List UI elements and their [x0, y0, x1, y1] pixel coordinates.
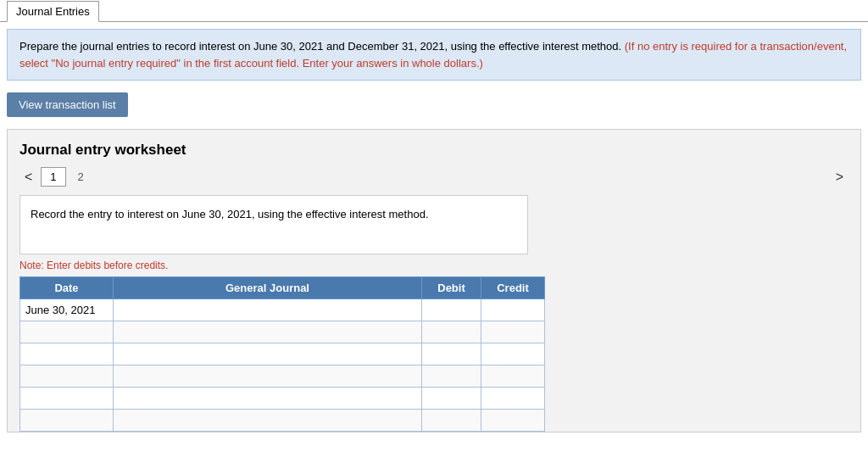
cell-date-2	[20, 343, 114, 366]
worksheet-title: Journal entry worksheet	[19, 142, 849, 159]
table-row	[20, 410, 545, 432]
cell-credit-0[interactable]	[481, 299, 545, 321]
tab-journal-entries[interactable]: Journal Entries	[7, 1, 99, 22]
description-text: Record the entry to interest on June 30,…	[31, 208, 429, 220]
cell-journal-5[interactable]	[114, 410, 422, 432]
credit-input-0[interactable]	[487, 303, 539, 317]
cell-date-3	[20, 366, 114, 388]
credit-input-5[interactable]	[487, 413, 539, 427]
cell-debit-5[interactable]	[422, 410, 481, 432]
col-header-date: Date	[20, 277, 114, 299]
journal-input-2[interactable]	[119, 347, 416, 361]
nav-prev-button[interactable]: <	[19, 168, 37, 187]
cell-date-0: June 30, 2021	[20, 299, 114, 321]
col-header-credit: Credit	[481, 277, 545, 299]
nav-next-button[interactable]: >	[831, 168, 849, 187]
worksheet-container: Journal entry worksheet < 1 2 > Record t…	[7, 129, 861, 432]
debit-input-3[interactable]	[427, 369, 476, 383]
debit-input-0[interactable]	[427, 303, 476, 317]
cell-journal-4[interactable]	[114, 388, 422, 410]
view-transaction-list-button[interactable]: View transaction list	[7, 92, 128, 117]
cell-journal-0[interactable]	[114, 299, 422, 321]
credit-input-2[interactable]	[487, 347, 539, 361]
credit-input-4[interactable]	[487, 391, 539, 405]
debit-input-2[interactable]	[427, 347, 476, 361]
credit-input-1[interactable]	[487, 325, 539, 339]
cell-date-1	[20, 321, 114, 343]
cell-credit-5[interactable]	[481, 410, 545, 432]
cell-journal-3[interactable]	[114, 366, 422, 388]
tab-label: Journal Entries	[16, 5, 90, 18]
table-body: June 30, 2021	[20, 299, 545, 432]
debit-input-1[interactable]	[427, 325, 476, 339]
cell-credit-4[interactable]	[481, 388, 545, 410]
note-text: Note: Enter debits before credits.	[19, 259, 849, 271]
table-row: June 30, 2021	[20, 299, 545, 321]
journal-table: Date General Journal Debit Credit June 3…	[19, 276, 545, 432]
description-box: Record the entry to interest on June 30,…	[19, 195, 528, 254]
table-header: Date General Journal Debit Credit	[20, 277, 545, 299]
tab-bar: Journal Entries	[0, 0, 868, 22]
table-row	[20, 366, 545, 388]
cell-credit-2[interactable]	[481, 343, 545, 366]
table-row	[20, 343, 545, 366]
debit-input-5[interactable]	[427, 413, 476, 427]
instructions-banner: Prepare the journal entries to record in…	[7, 29, 861, 81]
cell-debit-3[interactable]	[422, 366, 481, 388]
cell-credit-3[interactable]	[481, 366, 545, 388]
cell-credit-1[interactable]	[481, 321, 545, 343]
journal-input-3[interactable]	[119, 369, 416, 383]
journal-input-5[interactable]	[119, 413, 416, 427]
page-active[interactable]: 1	[41, 167, 65, 187]
instructions-main-text: Prepare the journal entries to record in…	[19, 40, 621, 53]
cell-journal-2[interactable]	[114, 343, 422, 366]
cell-journal-1[interactable]	[114, 321, 422, 343]
debit-input-4[interactable]	[427, 391, 476, 405]
cell-date-4	[20, 388, 114, 410]
col-header-general-journal: General Journal	[114, 277, 422, 299]
col-header-debit: Debit	[422, 277, 481, 299]
journal-input-0[interactable]	[119, 303, 416, 317]
cell-debit-1[interactable]	[422, 321, 481, 343]
cell-date-5	[20, 410, 114, 432]
cell-debit-0[interactable]	[422, 299, 481, 321]
cell-debit-4[interactable]	[422, 388, 481, 410]
credit-input-3[interactable]	[487, 369, 539, 383]
journal-input-1[interactable]	[119, 325, 416, 339]
table-row	[20, 321, 545, 343]
nav-row: < 1 2 >	[19, 167, 849, 187]
cell-debit-2[interactable]	[422, 343, 481, 366]
page-inactive[interactable]: 2	[70, 168, 92, 186]
journal-input-4[interactable]	[119, 391, 416, 405]
table-row	[20, 388, 545, 410]
